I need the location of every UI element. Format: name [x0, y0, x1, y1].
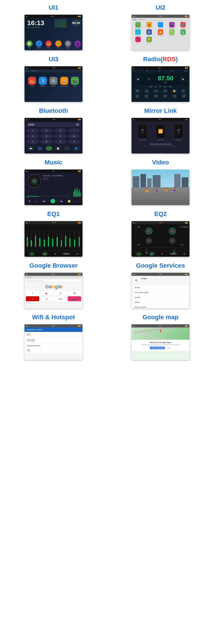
wifi-item-wifi[interactable]: Wi-Fi A00024: [25, 332, 82, 338]
bt-person-icon[interactable]: 👤: [37, 146, 43, 150]
ui2-app-apk[interactable]: 📦 APK Installer: [133, 22, 143, 29]
radio-preset-1[interactable]: 87.50MHz: [135, 94, 140, 98]
bt-key-star[interactable]: *: [68, 128, 81, 133]
music-play-btn[interactable]: ⏸: [51, 199, 55, 203]
bt-backspace-icon[interactable]: ⌫: [76, 124, 79, 126]
ui1-radio-icon[interactable]: 📻 Radio: [45, 40, 52, 48]
ui2-app-music[interactable]: 🎶 Music: [133, 37, 143, 44]
radio-eq-btn[interactable]: 🎚: [181, 89, 186, 93]
ui2-app-bluetooth[interactable]: 🔷 Bluetooth: [155, 22, 166, 29]
browser-urlbar[interactable]: 🔍 Search or type web address: [26, 279, 81, 282]
ui1-settings-icon[interactable]: ⚙️ Settings: [65, 40, 71, 48]
gservices-item-nearby[interactable]: Nearby: [132, 300, 189, 305]
bt-key-9[interactable]: 9: [54, 139, 67, 144]
eq2-prev-mode-btn[interactable]: ◀: [161, 253, 163, 255]
radio-mode-rds[interactable]: RDS: [168, 86, 173, 88]
mirror-iphone-wifi[interactable]: 📱 iPhone WiFi: [174, 124, 183, 140]
bt-key-7[interactable]: 7: [26, 139, 39, 144]
eq2-power-btn[interactable]: ⏻: [136, 252, 142, 256]
browser-bookmark-wikipedia[interactable]: W: [68, 291, 81, 296]
ui2-app-easyconn[interactable]: 🔗 EasyConn: [133, 29, 143, 36]
ui3-radio-btn[interactable]: 📻 Radio: [28, 77, 36, 87]
gservices-item-location[interactable]: Location: [132, 295, 189, 300]
browser-bookmark-ebay[interactable]: e: [40, 296, 53, 301]
gservices-item-backup[interactable]: Backup: [132, 285, 189, 290]
browser-bookmark-youtube[interactable]: ▶: [40, 291, 53, 296]
ui2-tab-apps[interactable]: APPS: [133, 18, 136, 20]
ui3-settings-btn[interactable]: ⚙️ Settings: [49, 77, 58, 87]
bt-settings-small-icon[interactable]: 🔵: [73, 146, 80, 150]
ui3-steering-btn[interactable]: 🎡 Steering wheel: [60, 77, 68, 87]
maps-later-btn[interactable]: LATER: [166, 346, 171, 349]
radio-mode-ta[interactable]: TA: [154, 86, 157, 88]
music-menu-icon[interactable]: ⋮: [76, 200, 78, 202]
gservices-item-cast[interactable]: Cast media controls: [132, 290, 189, 295]
bt-key-1[interactable]: 1: [26, 128, 39, 133]
radio-fm1-btn[interactable]: FM1: [153, 89, 158, 93]
mirror-android-usb[interactable]: 📱 Android USB: [138, 124, 147, 140]
ui2-app-playstore[interactable]: ▶️ Play Store: [144, 37, 155, 44]
bt-key-3[interactable]: 3: [54, 128, 67, 133]
ui1-apps-icon[interactable]: 📱 Apps: [74, 40, 81, 48]
gservices-item-restore[interactable]: Restore contacts: [132, 305, 189, 308]
bt-key-5[interactable]: 5: [40, 134, 53, 138]
ui1-music-icon[interactable]: 🎵 Music: [55, 40, 62, 48]
ui2-app-boot[interactable]: 🎬 Boot Animation: [167, 22, 177, 29]
bt-key-6[interactable]: 6: [54, 134, 67, 138]
bt-dialpad-icon[interactable]: ⌨️: [27, 146, 34, 150]
radio-mode-pty[interactable]: PTY: [163, 86, 167, 88]
ui2-tab-widgets[interactable]: WIDGETS: [138, 19, 144, 20]
ui3-tab-widgets[interactable]: WIDGETS: [31, 70, 37, 72]
eq1-prev-mode-btn[interactable]: ◀: [54, 253, 56, 255]
bt-call-icon[interactable]: 📞: [46, 146, 52, 150]
bt-key-2[interactable]: 2: [40, 128, 53, 133]
eq2-volume-btn[interactable]: 🔊: [149, 252, 155, 256]
ui2-app-chrome[interactable]: 🌐 Chrome: [178, 22, 188, 29]
browser-tab-newtab[interactable]: ✕ New tab: [26, 276, 31, 278]
radio-prev-track-btn[interactable]: ⏮: [144, 89, 149, 93]
eq1-power-btn[interactable]: ⏻: [29, 252, 35, 256]
wifi-item-data[interactable]: Data usage 2.31 of data used: [25, 338, 82, 344]
ui3-recorder-btn[interactable]: 🎙️ Recorder: [39, 77, 47, 87]
browser-bookmark-amazon[interactable]: a: [54, 291, 67, 296]
ui3-tab-apps[interactable]: APPS: [26, 70, 29, 72]
browser-bookmark-shop[interactable]: ebay: [54, 296, 67, 301]
ui1-bluetooth-icon[interactable]: 🔵 Bluetooth: [36, 40, 42, 48]
ui2-app-eq[interactable]: 🎚️ EQ: [144, 29, 155, 36]
ui2-app-aux[interactable]: 🔌 AUX: [144, 22, 155, 29]
radio-next-track-btn[interactable]: ⏭: [163, 89, 168, 93]
radio-mode-af[interactable]: AF: [158, 86, 162, 88]
browser-bookmark-instagram[interactable]: 📷: [68, 296, 81, 301]
radio-preset-3[interactable]: 87.50MHz: [154, 94, 158, 98]
browser-bookmark-facebook[interactable]: f: [26, 291, 39, 296]
radio-signal-btn[interactable]: 📶: [172, 89, 177, 93]
music-shuffle-icon[interactable]: ↔: [36, 200, 38, 202]
eq2-next-mode-btn[interactable]: ▶: [184, 253, 185, 255]
music-prev-btn[interactable]: ⏮: [43, 200, 45, 202]
bt-key-hash[interactable]: #: [68, 139, 81, 144]
ui2-app-gps[interactable]: 📡 GPS Test Plus: [167, 29, 177, 36]
mirror-android-wifi[interactable]: 📶 Android WiFi: [156, 124, 165, 140]
bt-key-8[interactable]: 8: [40, 139, 53, 144]
bt-key-0plus[interactable]: 0+: [68, 134, 81, 138]
ui3-video-btn[interactable]: 🎬 Video: [71, 77, 79, 87]
radio-preset-2[interactable]: 87.50MHz: [144, 94, 149, 98]
ui2-app-maps[interactable]: 🗺️ Maps: [178, 29, 188, 36]
eq1-volume-btn[interactable]: 🔊: [42, 252, 48, 256]
music-repeat-icon[interactable]: 🔁: [68, 200, 70, 202]
bt-music-icon[interactable]: 🎵: [64, 146, 70, 150]
maps-accept-btn[interactable]: ACCEPT & CONTINUE: [150, 346, 165, 349]
music-next-btn[interactable]: ⏭: [60, 200, 63, 202]
radio-preset-6[interactable]: 87.50MHz: [182, 94, 186, 98]
ui2-app-esfile[interactable]: 📁 ES File Explorer: [155, 29, 166, 36]
music-playlist-icon[interactable]: ♥: [29, 200, 30, 202]
ui1-navi-icon[interactable]: 🧭 Navi: [26, 40, 33, 48]
wifi-item-vpn[interactable]: VPN None: [25, 348, 82, 354]
radio-preset-5[interactable]: 87.50MHz: [172, 94, 177, 98]
radio-preset-4[interactable]: 87.50MHz: [163, 94, 168, 98]
eq1-next-mode-btn[interactable]: ▶: [77, 253, 78, 255]
wifi-item-hotspot[interactable]: Hotspot & tethering: [25, 344, 82, 348]
radio-next-btn[interactable]: ▶: [181, 77, 185, 81]
radio-search-btn[interactable]: 🔍: [135, 89, 140, 93]
radio-prev-btn[interactable]: ◀: [136, 77, 140, 81]
